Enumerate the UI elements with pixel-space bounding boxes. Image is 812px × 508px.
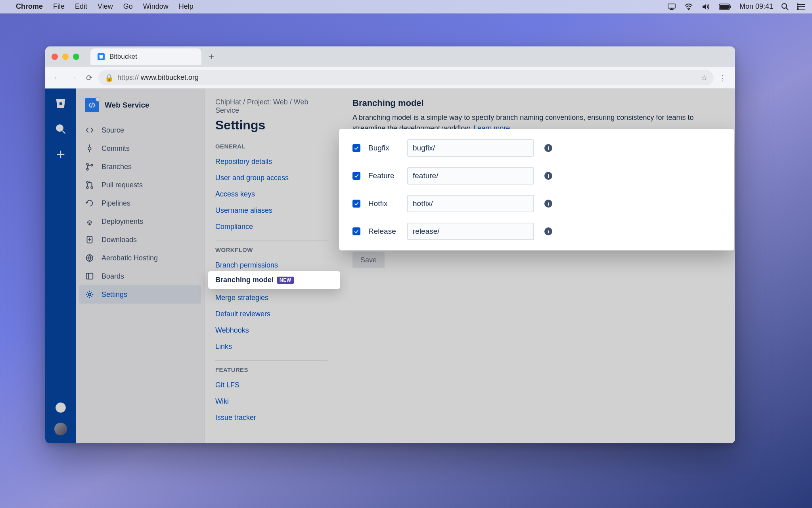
mac-menu-app[interactable]: Chrome bbox=[16, 2, 43, 11]
spotlight-icon[interactable] bbox=[781, 3, 789, 11]
window-minimize-icon[interactable] bbox=[62, 54, 69, 60]
branch-prefix-input-bugfix[interactable] bbox=[407, 139, 534, 157]
checkbox-bugfix[interactable] bbox=[352, 144, 360, 152]
address-bar[interactable]: 🔒 https://www.bitbucket.org ☆ bbox=[98, 70, 714, 85]
sidebar-item-branches[interactable]: Branches bbox=[76, 158, 205, 176]
tab-title: Bitbucket bbox=[109, 53, 137, 61]
settings-link-links[interactable]: Links bbox=[215, 339, 327, 355]
wifi-icon[interactable] bbox=[684, 3, 693, 10]
browser-tab[interactable]: Bitbucket bbox=[90, 48, 201, 65]
branch-prefix-input-feature[interactable] bbox=[407, 167, 534, 185]
sidebar-item-aerobatic-hosting[interactable]: Aerobatic Hosting bbox=[76, 249, 205, 267]
settings-link-issue-tracker[interactable]: Issue tracker bbox=[215, 410, 327, 426]
nav-reload-button[interactable]: ⟳ bbox=[82, 71, 96, 85]
settings-nav: ChipHat / Project: Web / Web Service Set… bbox=[205, 89, 338, 443]
sidebar-item-pull-requests[interactable]: Pull requests bbox=[76, 176, 205, 194]
settings-link-webhooks[interactable]: Webhooks bbox=[215, 322, 327, 339]
toolbar: ← → ⟳ 🔒 https://www.bitbucket.org ☆ ⋮ bbox=[45, 67, 735, 89]
info-icon[interactable]: i bbox=[544, 144, 552, 152]
commit-icon bbox=[85, 144, 94, 153]
user-avatar[interactable] bbox=[54, 423, 67, 435]
section-workflow: WORKFLOW bbox=[215, 246, 327, 253]
settings-link-user-and-group-access[interactable]: User and group access bbox=[215, 170, 327, 186]
svg-rect-13 bbox=[59, 102, 62, 105]
window-close-icon[interactable] bbox=[52, 54, 58, 60]
settings-link-wiki[interactable]: Wiki bbox=[215, 393, 327, 410]
branch-prefix-input-release[interactable] bbox=[407, 223, 534, 240]
branch-label: Bugfix bbox=[368, 144, 399, 152]
sidebar-item-label: Pipelines bbox=[102, 199, 130, 208]
sidebar-item-label: Settings bbox=[102, 291, 127, 299]
checkbox-hotfix[interactable] bbox=[352, 200, 360, 208]
control-center-icon[interactable] bbox=[797, 3, 805, 10]
project-sidebar: Web Service SourceCommitsBranchesPull re… bbox=[76, 89, 205, 443]
svg-point-21 bbox=[88, 147, 91, 150]
nav-back-button[interactable]: ← bbox=[51, 71, 64, 85]
battery-icon[interactable] bbox=[719, 4, 732, 10]
settings-link-git-lfs[interactable]: Git LFS bbox=[215, 377, 327, 393]
sidebar-item-settings[interactable]: Settings bbox=[79, 285, 201, 304]
mac-menu-window[interactable]: Window bbox=[143, 2, 169, 11]
checkbox-release[interactable] bbox=[352, 227, 360, 235]
bitbucket-favicon-icon bbox=[98, 53, 105, 60]
sidebar-item-downloads[interactable]: Downloads bbox=[76, 231, 205, 249]
create-icon[interactable] bbox=[54, 148, 67, 161]
settings-link-compliance[interactable]: Compliance bbox=[215, 219, 327, 235]
url-prefix: https:// bbox=[117, 73, 139, 82]
settings-link-repository-details[interactable]: Repository details bbox=[215, 154, 327, 170]
config-title: Branching model bbox=[352, 98, 721, 108]
info-icon[interactable]: i bbox=[544, 172, 552, 180]
checkbox-feature[interactable] bbox=[352, 172, 360, 180]
new-badge: NEW bbox=[277, 277, 294, 284]
sidebar-item-pipelines[interactable]: Pipelines bbox=[76, 194, 205, 212]
new-tab-button[interactable]: + bbox=[209, 51, 214, 62]
save-button[interactable]: Save bbox=[352, 252, 385, 268]
tab-strip: Bitbucket + bbox=[45, 46, 735, 67]
sidebar-item-boards[interactable]: Boards bbox=[76, 267, 205, 285]
sidebar-item-deployments[interactable]: Deployments bbox=[76, 212, 205, 231]
mac-menu-file[interactable]: File bbox=[53, 2, 65, 11]
nav-forward-button[interactable]: → bbox=[67, 71, 80, 85]
info-icon[interactable]: i bbox=[544, 227, 552, 235]
url-host: www.bitbucket.org bbox=[141, 73, 199, 82]
info-icon[interactable]: i bbox=[544, 200, 552, 208]
settings-link-access-keys[interactable]: Access keys bbox=[215, 186, 327, 202]
sidebar-item-label: Commits bbox=[102, 144, 130, 153]
sidebar-item-label: Source bbox=[102, 126, 124, 135]
private-lock-icon bbox=[96, 97, 100, 102]
sidebar-item-source[interactable]: Source bbox=[76, 121, 205, 139]
code-icon bbox=[85, 126, 94, 135]
help-icon[interactable] bbox=[54, 401, 67, 414]
mac-menu-help[interactable]: Help bbox=[179, 2, 193, 11]
svg-rect-0 bbox=[668, 4, 675, 8]
airplay-icon[interactable] bbox=[667, 3, 676, 10]
breadcrumb[interactable]: ChipHat / Project: Web / Web Service bbox=[215, 98, 327, 115]
mac-menu-view[interactable]: View bbox=[98, 2, 113, 11]
settings-link-merge-strategies[interactable]: Merge strategies bbox=[215, 290, 327, 306]
branch-prefix-input-hotfix[interactable] bbox=[407, 195, 534, 212]
sidebar-item-label: Pull requests bbox=[102, 181, 143, 189]
svg-point-1 bbox=[688, 9, 689, 10]
settings-link-default-reviewers[interactable]: Default reviewers bbox=[215, 306, 327, 322]
svg-point-10 bbox=[797, 6, 799, 7]
settings-link-username-aliases[interactable]: Username aliases bbox=[215, 202, 327, 219]
browser-menu-button[interactable]: ⋮ bbox=[716, 73, 730, 83]
branch-row-release: Releasei bbox=[352, 223, 721, 240]
clock[interactable]: Mon 09:41 bbox=[739, 2, 773, 11]
svg-rect-3 bbox=[720, 5, 729, 9]
bitbucket-logo-icon[interactable] bbox=[54, 97, 67, 110]
volume-icon[interactable] bbox=[701, 3, 711, 10]
mac-menu-go[interactable]: Go bbox=[123, 2, 133, 11]
bookmark-star-icon[interactable]: ☆ bbox=[701, 73, 707, 82]
section-general: GENERAL bbox=[215, 143, 327, 150]
active-settings-item-highlight[interactable]: Branching model NEW bbox=[208, 271, 340, 289]
search-icon[interactable] bbox=[54, 123, 67, 135]
pipe-icon bbox=[85, 199, 94, 208]
branch-label: Feature bbox=[368, 171, 399, 180]
mac-menu-edit[interactable]: Edit bbox=[75, 2, 87, 11]
svg-point-26 bbox=[91, 164, 93, 166]
branch-label: Hotfix bbox=[368, 199, 399, 208]
svg-point-28 bbox=[86, 187, 88, 189]
sidebar-item-commits[interactable]: Commits bbox=[76, 139, 205, 158]
window-zoom-icon[interactable] bbox=[73, 54, 79, 60]
